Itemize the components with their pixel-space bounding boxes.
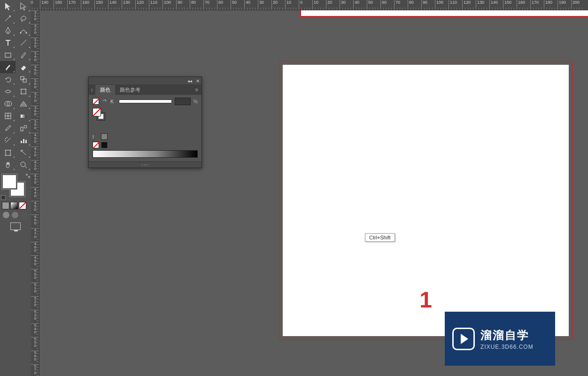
selection-tool[interactable]	[0, 0, 15, 12]
svg-rect-23	[6, 150, 10, 155]
shortcut-tooltip: Ctrl+Shift	[365, 233, 395, 242]
draw-normal-button[interactable]	[3, 212, 9, 218]
hand-tool[interactable]	[0, 159, 15, 171]
panel-close-icon[interactable]: ✕	[196, 78, 200, 84]
lift-icon[interactable]: t	[93, 134, 98, 139]
fill-stroke-swatch[interactable]	[0, 173, 31, 201]
artboard-1-page[interactable]: 1	[283, 65, 569, 336]
zoom-tool[interactable]	[15, 159, 31, 171]
svg-point-1	[20, 32, 21, 34]
paintbrush-tool[interactable]	[15, 49, 31, 61]
svg-point-8	[25, 89, 26, 90]
svg-point-16	[24, 125, 27, 128]
slice-tool[interactable]	[15, 146, 31, 159]
magic-wand-tool[interactable]	[0, 12, 15, 24]
none-swatch[interactable]	[93, 142, 99, 148]
ruler-h-tick: 160	[517, 0, 525, 10]
watermark-play-icon	[452, 328, 475, 350]
ruler-h-tick: 150	[503, 0, 511, 10]
svg-point-24	[21, 162, 25, 167]
screen-mode-button[interactable]	[10, 223, 21, 230]
direct-selection-tool[interactable]	[15, 0, 31, 12]
curvature-tool[interactable]	[15, 24, 31, 37]
ruler-h-tick: 170	[530, 0, 539, 10]
gradient-tool[interactable]	[15, 110, 31, 122]
eyedropper-tool[interactable]	[0, 122, 15, 134]
fill-swatch[interactable]	[1, 174, 17, 190]
blend-tool[interactable]	[15, 122, 31, 134]
ruler-h-tick: 100	[162, 0, 171, 10]
free-transform-tool[interactable]	[15, 85, 31, 98]
color-panel[interactable]: ◂◂ ✕ ↕ 颜色 颜色参考 ≡ K % t ▪▪▪	[88, 77, 202, 168]
ruler-h-tick: 140	[108, 0, 116, 10]
panel-body: K % t	[89, 95, 201, 161]
mini-fill-swatch[interactable]	[93, 98, 99, 105]
svg-point-0	[10, 15, 11, 16]
panel-titlebar[interactable]: ◂◂ ✕	[89, 77, 201, 84]
svg-rect-5	[23, 79, 26, 82]
k-slider[interactable]	[119, 100, 172, 103]
svg-point-17	[5, 138, 6, 139]
blob-brush-tool[interactable]	[0, 61, 15, 73]
svg-rect-14	[21, 115, 26, 118]
line-segment-tool[interactable]	[15, 37, 31, 49]
grayscale-spectrum[interactable]	[93, 150, 198, 158]
ruler-h-tick: 180	[54, 0, 62, 10]
svg-rect-13	[5, 113, 11, 119]
svg-point-11	[5, 101, 9, 106]
swap-mini-icon[interactable]	[102, 99, 108, 104]
scale-tool[interactable]	[15, 73, 31, 85]
width-tool[interactable]	[0, 85, 15, 98]
draw-behind-button[interactable]	[12, 212, 18, 218]
panel-fill-stroke[interactable]	[93, 108, 106, 121]
eraser-tool[interactable]	[15, 61, 31, 73]
symbol-sprayer-tool[interactable]	[0, 134, 15, 146]
svg-rect-3	[5, 53, 11, 57]
svg-rect-22	[25, 140, 27, 143]
fill-gradient-button[interactable]	[10, 202, 18, 209]
ruler-h-tick: 190	[557, 0, 566, 10]
fill-type-row	[0, 201, 31, 210]
k-value-input[interactable]	[175, 98, 191, 105]
artboard-tool[interactable]	[0, 146, 15, 159]
fill-none-button[interactable]	[19, 202, 26, 209]
black-swatch[interactable]	[101, 142, 108, 148]
pen-tool[interactable]	[0, 24, 15, 37]
type-tool[interactable]	[0, 37, 15, 49]
artboard-0-partial[interactable]	[300, 10, 588, 17]
draw-inside-button[interactable]	[21, 212, 27, 218]
perspective-grid-tool[interactable]	[15, 98, 31, 110]
svg-rect-4	[21, 77, 24, 80]
svg-point-7	[21, 89, 22, 90]
fill-color-button[interactable]	[2, 202, 9, 209]
artboard-1-outline[interactable]: 1	[279, 61, 573, 340]
panel-menu-icon[interactable]: ≡	[193, 87, 201, 92]
panel-resize-grip[interactable]: ▪▪▪	[89, 161, 201, 168]
default-fill-stroke-icon[interactable]	[1, 195, 6, 200]
lift-row: t	[93, 133, 198, 140]
ruler-horizontal[interactable]: 0102030405060708090100110120130140150160…	[31, 0, 588, 10]
ruler-h-tick: 190	[40, 0, 48, 10]
rotate-tool[interactable]	[0, 73, 15, 85]
ruler-h-tick: 130	[122, 0, 130, 10]
ruler-h-tick: 160	[81, 0, 89, 10]
panel-fill-swatch[interactable]	[93, 108, 101, 116]
svg-point-12	[7, 101, 12, 106]
column-graph-tool[interactable]	[15, 134, 31, 146]
tab-color[interactable]: 颜色	[95, 85, 115, 95]
rectangle-tool[interactable]	[0, 49, 15, 61]
ruler-h-tick: 110	[449, 0, 457, 10]
ruler-h-tick: 150	[94, 0, 103, 10]
tab-color-guide[interactable]: 颜色参考	[115, 85, 145, 95]
watermark-url: ZIXUE.3D66.COM	[480, 344, 534, 350]
mesh-tool[interactable]	[0, 110, 15, 122]
shape-builder-tool[interactable]	[0, 98, 15, 110]
panel-collapse-icon[interactable]: ◂◂	[187, 78, 192, 84]
ruler-vertical[interactable]: 3 1 03 2 03 3 03 4 03 5 03 6 03 7 03 8 0…	[31, 10, 39, 376]
panel-cycle-icon[interactable]: ↕	[89, 87, 95, 92]
swap-fill-stroke-icon[interactable]	[25, 174, 30, 178]
svg-rect-21	[23, 139, 24, 143]
lift-gray-swatch[interactable]	[101, 133, 108, 140]
lasso-tool[interactable]	[15, 12, 31, 24]
ruler-h-tick: 120	[462, 0, 471, 10]
